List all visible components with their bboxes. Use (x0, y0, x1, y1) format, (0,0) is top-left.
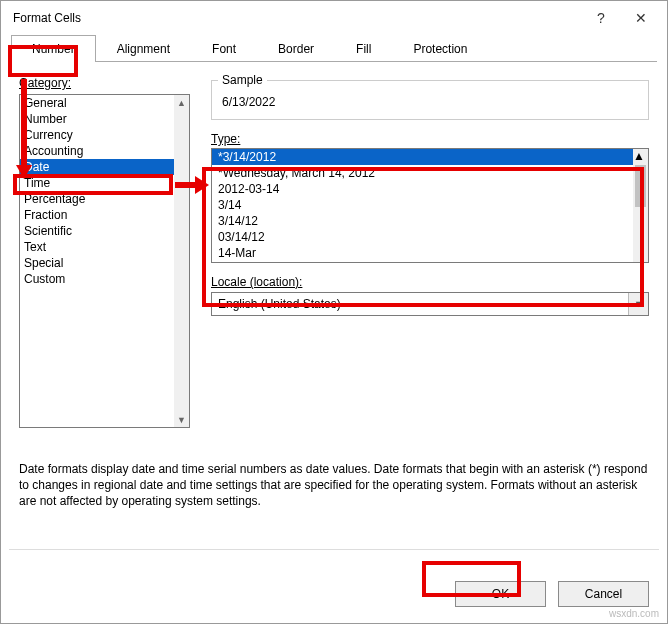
category-item-currency[interactable]: Currency (20, 127, 176, 143)
tab-protection[interactable]: Protection (392, 35, 488, 62)
category-scrollbar[interactable]: ▲ ▼ (174, 95, 189, 427)
locale-value: English (United States) (218, 297, 341, 311)
dialog-title: Format Cells (13, 11, 581, 25)
type-item-5[interactable]: 03/14/12 (212, 229, 648, 245)
scroll-down-icon[interactable]: ▼ (174, 412, 189, 427)
watermark: wsxdn.com (609, 608, 659, 619)
type-item-4[interactable]: 3/14/12 (212, 213, 648, 229)
cancel-button[interactable]: Cancel (558, 581, 649, 607)
help-button[interactable]: ? (581, 4, 621, 32)
category-item-date[interactable]: Date (20, 159, 176, 175)
category-item-special[interactable]: Special (20, 255, 176, 271)
category-listbox[interactable]: General Number Currency Accounting Date … (19, 94, 190, 428)
type-label: Type: (211, 132, 649, 146)
category-item-text[interactable]: Text (20, 239, 176, 255)
category-item-time[interactable]: Time (20, 175, 176, 191)
chevron-down-icon[interactable]: ▼ (628, 293, 648, 315)
type-list-inner: *3/14/2012 *Wednesday, March 14, 2012 20… (212, 149, 648, 262)
tab-alignment[interactable]: Alignment (96, 35, 191, 62)
category-list-inner: General Number Currency Accounting Date … (20, 95, 176, 427)
category-item-accounting[interactable]: Accounting (20, 143, 176, 159)
locale-combobox[interactable]: English (United States) ▼ (211, 292, 649, 316)
category-item-fraction[interactable]: Fraction (20, 207, 176, 223)
category-item-custom[interactable]: Custom (20, 271, 176, 287)
tab-fill[interactable]: Fill (335, 35, 392, 62)
type-scrollbar[interactable]: ▲ ▼ (633, 149, 648, 262)
tab-body: Category: General Number Currency Accoun… (1, 62, 667, 90)
sample-group: Sample 6/13/2022 (211, 80, 649, 120)
category-item-number[interactable]: Number (20, 111, 176, 127)
category-item-general[interactable]: General (20, 95, 176, 111)
type-item-3[interactable]: 3/14 (212, 197, 648, 213)
category-item-scientific[interactable]: Scientific (20, 223, 176, 239)
locale-label: Locale (location): (211, 275, 649, 289)
sample-legend: Sample (218, 73, 267, 87)
type-listbox[interactable]: *3/14/2012 *Wednesday, March 14, 2012 20… (211, 148, 649, 263)
scroll-up-icon[interactable]: ▲ (174, 95, 189, 110)
tab-underline (11, 61, 657, 62)
type-item-2[interactable]: 2012-03-14 (212, 181, 648, 197)
description-text: Date formats display date and time seria… (19, 461, 649, 510)
type-item-6[interactable]: 14-Mar (212, 245, 648, 261)
tab-number[interactable]: Number (11, 35, 96, 62)
category-item-percentage[interactable]: Percentage (20, 191, 176, 207)
scroll-thumb[interactable] (635, 165, 646, 207)
right-pane: Sample 6/13/2022 Type: *3/14/2012 *Wedne… (211, 80, 649, 316)
sample-value: 6/13/2022 (222, 95, 638, 109)
svg-marker-3 (195, 176, 209, 194)
format-cells-dialog: Format Cells ? ✕ Number Alignment Font B… (0, 0, 668, 624)
dialog-buttons: OK Cancel (455, 581, 649, 607)
type-item-0[interactable]: *3/14/2012 (212, 149, 648, 165)
titlebar: Format Cells ? ✕ (1, 1, 667, 35)
tabstrip: Number Alignment Font Border Fill Protec… (1, 35, 667, 62)
type-item-1[interactable]: *Wednesday, March 14, 2012 (212, 165, 648, 181)
tab-font[interactable]: Font (191, 35, 257, 62)
tab-border[interactable]: Border (257, 35, 335, 62)
ok-button[interactable]: OK (455, 581, 546, 607)
close-button[interactable]: ✕ (621, 4, 661, 32)
scroll-up-icon[interactable]: ▲ (633, 149, 648, 163)
divider (9, 549, 659, 550)
